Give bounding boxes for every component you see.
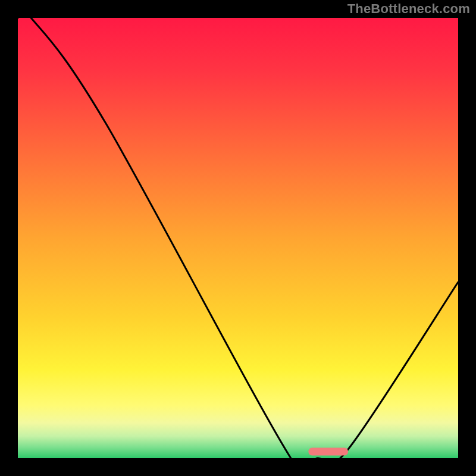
svg-rect-1	[308, 447, 348, 455]
chart-frame: TheBottleneck.com	[0, 0, 476, 476]
optimal-marker	[18, 18, 458, 458]
plot-area	[18, 18, 458, 458]
watermark-label: TheBottleneck.com	[347, 1, 470, 17]
